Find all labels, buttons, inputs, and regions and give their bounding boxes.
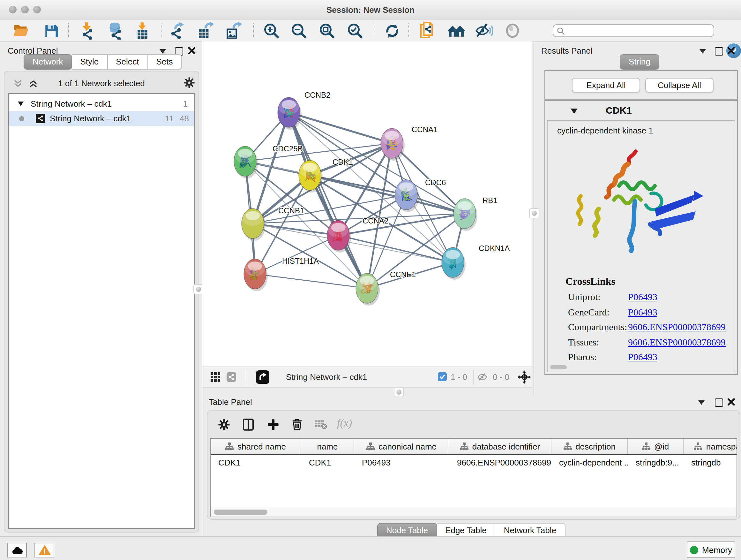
column-header-name[interactable]: name [301,439,354,454]
tree-expander-icon[interactable] [18,102,23,106]
group-nodes-button[interactable] [446,22,467,40]
crosslink-link[interactable]: 9606.ENSP00000378699 [628,322,726,333]
column-header-namespace[interactable]: namespace [684,439,737,454]
results-hscrollbar-thumb[interactable] [550,365,567,369]
table-settings-gear-icon[interactable] [218,418,230,431]
tab-node-table[interactable]: Node Table [377,523,437,538]
hide-selected-button[interactable] [474,22,494,40]
new-network-from-selection-button[interactable] [417,22,438,40]
table-hscrollbar[interactable] [211,508,736,516]
tab-string[interactable]: String [620,54,659,70]
results-panel-close-button[interactable] [728,47,735,54]
node-label-CDC25B: CDC25B [273,144,303,153]
table-cell[interactable]: stringdb [684,455,737,470]
table-container: f(x) shared namenamecanonical namedataba… [207,410,740,520]
zoom-selected-button[interactable] [345,22,365,40]
table-panel-close-button[interactable] [728,398,735,406]
network-edge-HIST1H1A-CCNE1[interactable] [255,274,367,288]
memory-button[interactable]: Memory [687,542,735,558]
show-hidden-button[interactable] [502,22,523,40]
table-panel-float-button[interactable] [715,398,723,407]
zoom-out-button[interactable] [288,22,309,40]
open-session-button[interactable] [11,22,31,40]
table-cell[interactable]: CDK1 [211,455,301,470]
zoom-in-button[interactable] [261,22,281,40]
save-session-button[interactable] [41,22,61,40]
search-input[interactable] [553,24,714,37]
control-panel-collapse-icon[interactable] [159,49,166,54]
table-row[interactable]: CDK1CDK1P064939606.ENSP00000378699cyclin… [211,455,737,470]
tab-network-table[interactable]: Network Table [495,523,565,538]
gear-icon[interactable] [183,77,195,89]
network-node-CCNA2[interactable] [327,220,351,253]
network-edge-CCNA2-CDKN1A[interactable] [338,235,453,262]
hidden-eye-icon[interactable] [477,373,488,381]
crosslink-link[interactable]: P06493 [628,292,657,303]
cloud-button[interactable] [7,543,27,557]
network-node-CDKN1A[interactable] [442,247,466,280]
selected-counts: 1 - 0 [451,372,467,382]
crosslink-link[interactable]: P06493 [628,352,657,363]
table-panel-collapse-icon[interactable] [698,400,704,405]
network-tree-root-row[interactable]: String Network – cdk1 1 [9,97,194,111]
table-hscrollbar-thumb[interactable] [214,509,267,515]
right-splitter[interactable] [534,42,534,396]
network-node-RB1[interactable] [454,199,477,231]
table-cell[interactable]: CDK1 [301,455,354,470]
column-header-database-identifier[interactable]: database identifier [449,439,551,454]
zoom-fit-button[interactable] [317,22,337,40]
network-node-CCNB2[interactable] [278,98,301,130]
crosslink-link[interactable]: P06493 [628,307,657,318]
toolbar-separator [161,23,161,38]
node-label-CCNB1: CCNB1 [278,206,304,215]
import-network-from-database-button[interactable] [105,22,126,40]
fit-content-crosshair-icon[interactable] [518,370,531,384]
network-share-icon [36,114,45,123]
network-canvas[interactable]: CCNB2CCNA1CDC25BCDK1CDC6RB1CCNB1CCNA2CDK… [202,42,532,367]
column-header--id[interactable]: @id [628,439,684,454]
tab-sets[interactable]: Sets [148,54,182,70]
network-node-CDC6[interactable] [395,180,419,212]
grid-view-icon[interactable] [211,372,220,382]
export-image-button[interactable] [223,22,244,40]
birds-eye-view-icon[interactable] [256,370,269,384]
show-columns-icon[interactable] [242,418,255,431]
tab-network[interactable]: Network [23,54,72,70]
gene-details: cyclin-dependent kinase 1 [547,120,735,372]
import-network-button[interactable] [77,22,98,40]
network-edge-CCNA2-HIST1H1A[interactable] [255,235,338,274]
tab-edge-table[interactable]: Edge Table [437,523,495,538]
delete-column-trash-icon[interactable] [291,418,303,431]
warnings-button[interactable] [35,543,54,557]
tab-select[interactable]: Select [108,54,148,70]
export-network-button[interactable] [166,22,187,40]
column-header-shared-name[interactable]: shared name [211,439,301,454]
network-node-CCNB1[interactable] [242,208,266,241]
table-cell[interactable]: 9606.ENSP00000378699 [449,455,551,470]
selected-checkbox-icon[interactable] [438,372,447,381]
gene-section-collapse-icon[interactable] [570,109,578,114]
column-label: canonical name [379,442,436,451]
results-panel-collapse-icon[interactable] [699,49,706,54]
table-cell[interactable]: cyclin-dependent ... [551,455,628,470]
network-node-CCNE1[interactable] [356,273,380,306]
table-cell[interactable]: P06493 [354,455,449,470]
import-table-button[interactable] [133,22,154,40]
add-column-icon[interactable] [267,418,280,431]
expand-all-button[interactable]: Expand All [572,78,640,92]
table-cell[interactable]: stringdb:9... [628,455,684,470]
control-panel-close-button[interactable] [188,47,195,54]
network-edge-CCNB2-CCNA1[interactable] [289,112,392,143]
crosslink-link[interactable]: 9606.ENSP00000378699 [628,337,726,348]
network-tree-item-row[interactable]: String Network – cdk1 11 48 [9,111,194,126]
results-panel-float-button[interactable] [715,47,723,56]
network-node-HIST1H1A[interactable] [244,259,268,291]
column-header-description[interactable]: description [551,439,628,454]
column-header-canonical-name[interactable]: canonical name [354,439,449,454]
open-folder-icon [13,22,29,39]
network-share-gray-icon[interactable] [226,372,236,382]
refresh-button[interactable] [382,22,402,40]
tab-style[interactable]: Style [72,54,108,70]
export-table-button[interactable] [195,22,216,40]
collapse-all-button[interactable]: Collapse All [645,78,714,92]
